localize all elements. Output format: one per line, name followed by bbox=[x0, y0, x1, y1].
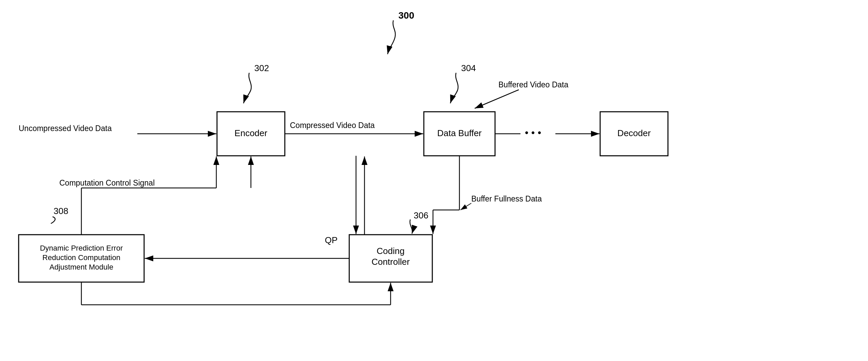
dots-label: • • • bbox=[525, 127, 541, 138]
diagram-container: 300 302 304 306 308 Encoder Data Buffer … bbox=[0, 0, 868, 361]
dynamic-module-label-line3: Adjustment Module bbox=[50, 263, 113, 271]
dynamic-module-label-line2: Reduction Computation bbox=[42, 253, 120, 262]
buffered-video-label: Buffered Video Data bbox=[498, 80, 569, 89]
computation-control-label: Computation Control Signal bbox=[59, 178, 155, 187]
buffered-video-arrow bbox=[475, 90, 519, 108]
ref-306: 306 bbox=[414, 210, 428, 220]
ref-304: 304 bbox=[461, 63, 476, 73]
buffer-fullness-label-arrow bbox=[460, 203, 471, 210]
diagram-svg: 300 302 304 306 308 Encoder Data Buffer … bbox=[0, 0, 868, 361]
ref-302: 302 bbox=[254, 63, 269, 73]
coding-controller-label-line2: Controller bbox=[372, 257, 410, 267]
buffer-fullness-label: Buffer Fullness Data bbox=[471, 194, 542, 203]
qp-label: QP bbox=[325, 235, 338, 245]
ref-308: 308 bbox=[54, 206, 68, 216]
data-buffer-label: Data Buffer bbox=[437, 128, 481, 138]
uncompressed-video-label: Uncompressed Video Data bbox=[19, 124, 112, 133]
encoder-label: Encoder bbox=[235, 128, 268, 138]
dynamic-module-label-line1: Dynamic Prediction Error bbox=[40, 244, 123, 252]
compressed-video-label: Compressed Video Data bbox=[290, 121, 375, 130]
decoder-label: Decoder bbox=[617, 128, 651, 138]
diagram-ref-300: 300 bbox=[398, 10, 414, 21]
coding-controller-label-line1: Coding bbox=[377, 246, 405, 256]
